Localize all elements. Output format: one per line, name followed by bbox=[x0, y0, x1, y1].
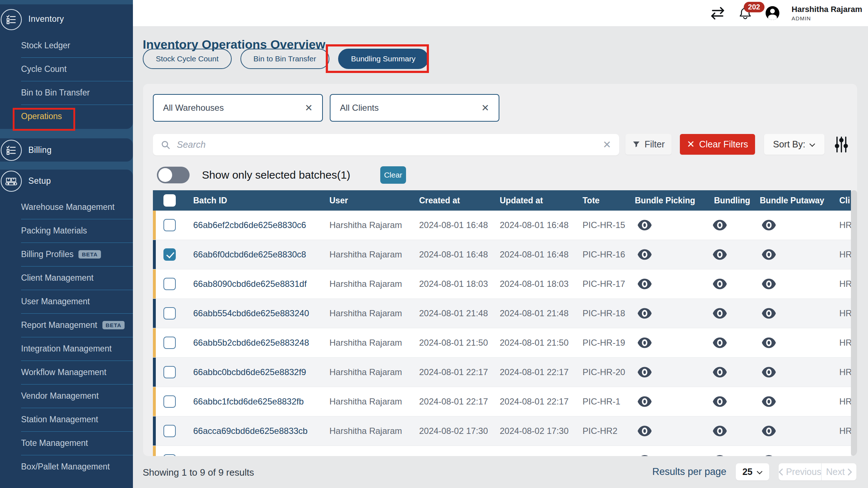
previous-page-button[interactable]: Previous bbox=[779, 463, 821, 480]
sidebar-item-station-management[interactable]: Station Management bbox=[0, 408, 133, 431]
batch-id-link[interactable]: 66ab6f0dcbd6de625e8830c8 bbox=[183, 240, 320, 269]
table-row: 66ab6ef2cbd6de625e8830c6 Harshitha Rajar… bbox=[153, 211, 851, 240]
row-checkbox[interactable] bbox=[163, 337, 176, 349]
tab-bin-to-bin-transfer[interactable]: Bin to Bin Transfer bbox=[240, 49, 329, 69]
client-filter-dropdown[interactable]: All Clients ✕ bbox=[330, 94, 499, 122]
view-bundling-icon[interactable] bbox=[713, 278, 727, 290]
batch-id-link[interactable]: 66abbc1fcbd6de625e8832fb bbox=[183, 387, 320, 416]
user-avatar[interactable] bbox=[766, 6, 779, 20]
table-row: 66acca69cbd6de625e8833cb Harshitha Rajar… bbox=[153, 416, 851, 446]
sidebar-item-billing-profiles[interactable]: Billing Profiles BETA bbox=[0, 243, 133, 266]
column-bundle-putaway[interactable]: Bundle Putaway bbox=[750, 190, 830, 211]
column-user[interactable]: User bbox=[320, 190, 409, 211]
adjust-sliders-icon[interactable] bbox=[834, 135, 849, 154]
row-accent-strip bbox=[153, 387, 156, 416]
sidebar-item-packing-materials[interactable]: Packing Materials bbox=[0, 219, 133, 243]
batch-id-link[interactable]: 66abbc0bcbd6de625e8832f9 bbox=[183, 358, 320, 387]
view-bundle-picking-icon[interactable] bbox=[637, 249, 652, 260]
sidebar-item-vendor-management[interactable]: Vendor Management bbox=[0, 384, 133, 408]
sidebar-item-bin-to-bin-transfer[interactable]: Bin to Bin Transfer bbox=[0, 81, 133, 105]
clear-client-filter-icon[interactable]: ✕ bbox=[481, 102, 489, 114]
column-batch-id[interactable]: Batch ID bbox=[183, 190, 320, 211]
clear-filters-button[interactable]: ✕ Clear Filters bbox=[680, 134, 755, 155]
row-checkbox[interactable] bbox=[163, 278, 176, 290]
sidebar-item-user-management[interactable]: User Management bbox=[0, 290, 133, 313]
view-bundle-putaway-icon[interactable] bbox=[762, 455, 776, 456]
tab-bundling-summary[interactable]: Bundling Summary bbox=[338, 49, 429, 69]
table-row: 66ab6f0dcbd6de625e8830c8 Harshitha Rajar… bbox=[153, 240, 851, 269]
batch-id-link[interactable]: 66acca69cbd6de625e8833cb bbox=[183, 416, 320, 446]
row-checkbox[interactable] bbox=[163, 219, 176, 231]
filter-button[interactable]: Filter bbox=[625, 134, 672, 155]
sidebar-item-workflow-management[interactable]: Workflow Management bbox=[0, 361, 133, 384]
batch-id-link[interactable]: 66ab8090cbd6de625e8831df bbox=[183, 269, 320, 298]
view-bundle-putaway-icon[interactable] bbox=[762, 278, 776, 290]
batch-id-link[interactable]: 66abb5b2cbd6de625e883248 bbox=[183, 328, 320, 357]
column-bundle-picking[interactable]: Bundle Picking bbox=[626, 190, 701, 211]
row-checkbox[interactable] bbox=[163, 248, 176, 261]
sidebar-item-box-pallet-management[interactable]: Box/Pallet Management bbox=[0, 455, 133, 479]
view-bundling-icon[interactable] bbox=[713, 308, 727, 319]
view-bundle-picking-icon[interactable] bbox=[637, 278, 652, 290]
sidebar-item-operations[interactable]: Operations bbox=[0, 105, 133, 128]
row-checkbox[interactable] bbox=[163, 425, 176, 437]
view-bundle-picking-icon[interactable] bbox=[637, 337, 652, 349]
sidebar-item-warehouse-management[interactable]: Warehouse Management bbox=[0, 195, 133, 219]
row-checkbox[interactable] bbox=[163, 307, 176, 320]
sidebar-item-tote-management[interactable]: Tote Management bbox=[0, 431, 133, 455]
view-bundling-icon[interactable] bbox=[713, 366, 727, 378]
view-bundle-picking-icon[interactable] bbox=[637, 396, 652, 407]
view-bundle-putaway-icon[interactable] bbox=[762, 425, 776, 437]
view-bundling-icon[interactable] bbox=[713, 455, 727, 456]
view-bundle-putaway-icon[interactable] bbox=[762, 219, 776, 231]
sidebar-item-client-management[interactable]: Client Management bbox=[0, 266, 133, 290]
view-bundle-putaway-icon[interactable] bbox=[762, 308, 776, 319]
select-all-checkbox[interactable] bbox=[163, 194, 176, 207]
column-bundling[interactable]: Bundling bbox=[701, 190, 750, 211]
view-bundle-putaway-icon[interactable] bbox=[762, 249, 776, 260]
batch-id-link[interactable] bbox=[183, 446, 320, 456]
search-input[interactable] bbox=[176, 139, 597, 150]
clear-search-icon[interactable]: ✕ bbox=[603, 139, 611, 151]
view-bundle-picking-icon[interactable] bbox=[637, 308, 652, 319]
view-bundle-picking-icon[interactable] bbox=[637, 219, 652, 231]
row-checkbox[interactable] bbox=[163, 395, 176, 408]
sidebar-section-setup-label[interactable]: Setup bbox=[28, 176, 51, 186]
sidebar-item-integration-management[interactable]: Integration Management bbox=[0, 337, 133, 361]
sidebar-item-report-management[interactable]: Report Management BETA bbox=[0, 313, 133, 337]
sort-by-dropdown[interactable]: Sort By: bbox=[764, 134, 824, 155]
clear-warehouse-filter-icon[interactable]: ✕ bbox=[305, 102, 313, 114]
column-updated-at[interactable]: Updated at bbox=[491, 190, 573, 211]
sidebar-item-cycle-count[interactable]: Cycle Count bbox=[0, 57, 133, 81]
sidebar-item-stock-ledger[interactable]: Stock Ledger bbox=[0, 34, 133, 57]
clear-selection-button[interactable]: Clear bbox=[380, 166, 406, 184]
view-bundle-putaway-icon[interactable] bbox=[762, 366, 776, 378]
column-tote[interactable]: Tote bbox=[573, 190, 626, 211]
warehouse-filter-dropdown[interactable]: All Warehouses ✕ bbox=[153, 94, 323, 122]
tab-stock-cycle-count[interactable]: Stock Cycle Count bbox=[143, 49, 232, 69]
view-bundling-icon[interactable] bbox=[713, 425, 727, 437]
view-bundle-picking-icon[interactable] bbox=[637, 366, 652, 378]
show-selected-toggle[interactable] bbox=[157, 167, 190, 183]
notifications-bell-icon[interactable]: 202 bbox=[738, 5, 753, 21]
view-bundle-putaway-icon[interactable] bbox=[762, 337, 776, 349]
batch-id-link[interactable]: 66ab6ef2cbd6de625e8830c6 bbox=[183, 211, 320, 240]
batch-id-link[interactable]: 66abb554cbd6de625e883240 bbox=[183, 299, 320, 328]
view-bundling-icon[interactable] bbox=[713, 249, 727, 260]
next-page-button[interactable]: Next bbox=[821, 463, 856, 480]
row-checkbox[interactable] bbox=[163, 366, 176, 378]
table-scrollbar[interactable] bbox=[851, 190, 857, 456]
view-bundle-putaway-icon[interactable] bbox=[762, 396, 776, 407]
swap-arrows-icon[interactable] bbox=[710, 6, 726, 20]
row-checkbox[interactable] bbox=[163, 454, 176, 456]
sidebar-section-inventory-label[interactable]: Inventory bbox=[28, 14, 64, 24]
view-bundling-icon[interactable] bbox=[713, 219, 727, 231]
view-bundling-icon[interactable] bbox=[713, 337, 727, 349]
view-bundling-icon[interactable] bbox=[713, 396, 727, 407]
page-size-select[interactable]: 25 bbox=[736, 463, 769, 480]
view-bundle-picking-icon[interactable] bbox=[637, 425, 652, 437]
sidebar-section-billing-label[interactable]: Billing bbox=[28, 145, 52, 155]
view-bundle-picking-icon[interactable] bbox=[637, 455, 652, 456]
column-client[interactable]: Cli bbox=[830, 190, 851, 211]
column-created-at[interactable]: Created at bbox=[409, 190, 491, 211]
